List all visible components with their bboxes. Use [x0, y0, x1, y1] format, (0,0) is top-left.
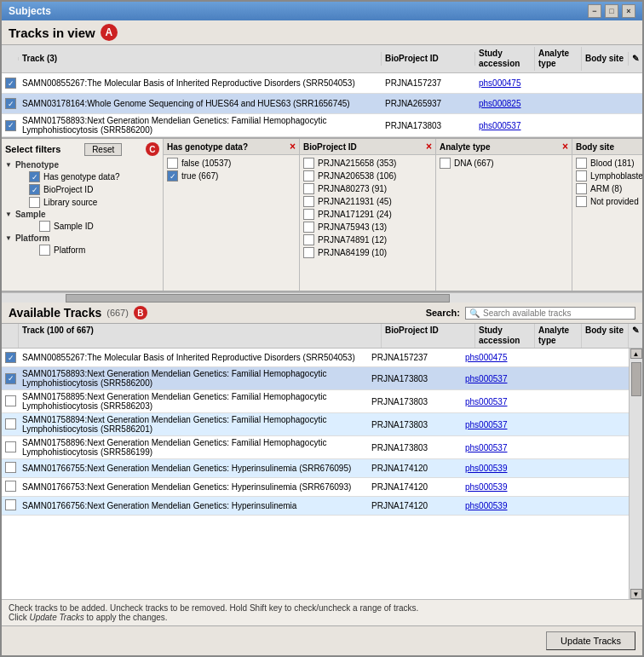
avail-row-study[interactable]: phs000539: [462, 462, 521, 475]
filter-panel-item[interactable]: PRJNA206538 (106): [303, 170, 432, 182]
available-track-row[interactable]: SAMN01758893:Next Generation Mendelian G…: [2, 367, 629, 390]
checkbox[interactable]: [5, 395, 16, 406]
checkbox[interactable]: [5, 98, 16, 109]
search-input[interactable]: [483, 308, 631, 318]
available-tracks-scrollbar[interactable]: ▲ ▼: [629, 349, 642, 599]
checkbox[interactable]: [5, 418, 16, 429]
panel-checkbox[interactable]: [576, 183, 587, 194]
filter-checkbox[interactable]: [29, 197, 40, 208]
filter-panel-item[interactable]: true (667): [167, 170, 296, 182]
panel-checkbox[interactable]: [303, 209, 314, 220]
panel-checkbox[interactable]: [440, 158, 451, 169]
scrollbar-thumb[interactable]: [66, 294, 450, 303]
avail-row-study[interactable]: phs000539: [462, 481, 521, 493]
row-checkbox[interactable]: [2, 118, 19, 133]
filter-panel-item[interactable]: PRJNA215658 (353): [303, 157, 432, 170]
avail-row-checkbox[interactable]: [2, 394, 19, 410]
panel-checkbox[interactable]: [303, 234, 314, 245]
scroll-track[interactable]: [630, 359, 642, 589]
avail-row-study[interactable]: phs000475: [462, 351, 521, 364]
filter-panel-item[interactable]: Not provided: [576, 195, 642, 208]
available-track-row[interactable]: SAMN01758895:Next Generation Mendelian G…: [2, 390, 629, 413]
checkbox[interactable]: [5, 373, 16, 384]
filter-checkbox[interactable]: [39, 245, 50, 256]
panel-checkbox[interactable]: [303, 196, 314, 207]
avail-row-checkbox[interactable]: [2, 498, 19, 514]
row-study[interactable]: phs000825: [475, 97, 535, 110]
filter-panel-item[interactable]: PRJNA84199 (10): [303, 246, 432, 259]
filter-item[interactable]: ▼ Sample: [5, 209, 159, 220]
checkbox[interactable]: [5, 481, 16, 492]
checkbox[interactable]: [5, 499, 16, 510]
avail-row-study[interactable]: phs000537: [462, 441, 521, 454]
checkbox[interactable]: [5, 441, 16, 452]
scroll-up-arrow[interactable]: ▲: [630, 349, 642, 359]
filter-panel-item[interactable]: DNA (667): [440, 157, 568, 170]
panel-checkbox[interactable]: [303, 183, 314, 194]
avail-row-checkbox[interactable]: [2, 417, 19, 433]
avail-row-study[interactable]: phs000537: [462, 372, 521, 385]
scroll-thumb[interactable]: [631, 362, 641, 396]
panel-checkbox[interactable]: [576, 170, 587, 182]
panel-close-button[interactable]: ×: [562, 141, 568, 153]
avail-row-study[interactable]: phs000537: [462, 395, 521, 408]
panel-checkbox[interactable]: [167, 170, 178, 182]
filter-item[interactable]: Sample ID: [19, 220, 159, 233]
filter-item[interactable]: Library source: [19, 196, 159, 209]
avail-row-checkbox[interactable]: [2, 350, 19, 365]
filter-item[interactable]: ▼ Platform: [5, 233, 159, 244]
scroll-down-arrow[interactable]: ▼: [630, 589, 642, 599]
filter-panel-item[interactable]: Blood (181): [576, 157, 642, 170]
filter-item[interactable]: Platform: [19, 244, 159, 256]
checkbox[interactable]: [5, 78, 16, 89]
available-track-row[interactable]: SAMN01766753:Next Generation Mendelian G…: [2, 478, 629, 497]
panel-checkbox[interactable]: [303, 158, 314, 169]
available-track-row[interactable]: SAMN01766756:Next Generation Mendelian G…: [2, 497, 629, 516]
track-row[interactable]: SAMN01758893:Next Generation Mendelian G…: [2, 114, 642, 137]
reset-button[interactable]: Reset: [84, 143, 122, 156]
avail-row-study[interactable]: phs000537: [462, 418, 521, 431]
panel-checkbox[interactable]: [303, 222, 314, 233]
avail-row-study[interactable]: phs000539: [462, 499, 521, 512]
panel-checkbox[interactable]: [167, 158, 178, 169]
avail-row-checkbox[interactable]: [2, 460, 19, 476]
checkbox[interactable]: [5, 120, 16, 131]
filter-item[interactable]: ▼ Phenotype: [5, 159, 159, 170]
maximize-button[interactable]: □: [605, 4, 618, 18]
checkbox[interactable]: [5, 462, 16, 473]
filter-checkbox[interactable]: [29, 184, 40, 195]
filter-item[interactable]: BioProject ID: [19, 183, 159, 196]
row-study[interactable]: phs000475: [475, 77, 535, 89]
available-track-row[interactable]: SAMN01758894:Next Generation Mendelian G…: [2, 413, 629, 436]
panel-checkbox[interactable]: [303, 247, 314, 258]
filter-panel-item[interactable]: PRJNA171291 (24): [303, 208, 432, 221]
available-track-row[interactable]: SAMN01758896:Next Generation Mendelian G…: [2, 436, 629, 459]
panel-close-button[interactable]: ×: [290, 141, 296, 153]
track-row[interactable]: SAMN03178164:Whole Genome Sequencing of …: [2, 94, 642, 114]
filter-panel-item[interactable]: false (10537): [167, 157, 296, 170]
panel-close-button[interactable]: ×: [426, 141, 432, 153]
row-checkbox[interactable]: [2, 96, 19, 111]
filter-checkbox[interactable]: [39, 221, 50, 232]
filter-panel-item[interactable]: PRJNA75943 (13): [303, 221, 432, 233]
avail-row-checkbox[interactable]: [2, 372, 19, 386]
filter-checkbox[interactable]: [29, 171, 40, 182]
track-row[interactable]: SAMN00855267:The Molecular Basis of Inhe…: [2, 73, 642, 94]
avail-row-checkbox[interactable]: [2, 440, 19, 456]
panel-checkbox[interactable]: [576, 196, 587, 207]
checkbox[interactable]: [5, 352, 16, 363]
minimize-button[interactable]: −: [588, 4, 601, 18]
available-track-row[interactable]: SAMN00855267:The Molecular Basis of Inhe…: [2, 349, 629, 367]
filter-panel-item[interactable]: PRJNA211931 (45): [303, 195, 432, 208]
filter-panel-item[interactable]: Lymphoblaste: [576, 170, 642, 182]
filter-panel-item[interactable]: PRJNA80273 (91): [303, 182, 432, 195]
panel-checkbox[interactable]: [303, 170, 314, 182]
update-tracks-button[interactable]: Update Tracks: [546, 631, 635, 650]
avail-row-checkbox[interactable]: [2, 479, 19, 495]
row-checkbox[interactable]: [2, 76, 19, 90]
filter-item[interactable]: Has genotype data?: [19, 170, 159, 183]
filter-panel-item[interactable]: PRJNA74891 (12): [303, 233, 432, 246]
horizontal-scrollbar[interactable]: [2, 292, 642, 303]
panel-checkbox[interactable]: [576, 158, 587, 169]
row-study[interactable]: phs000537: [475, 119, 535, 132]
